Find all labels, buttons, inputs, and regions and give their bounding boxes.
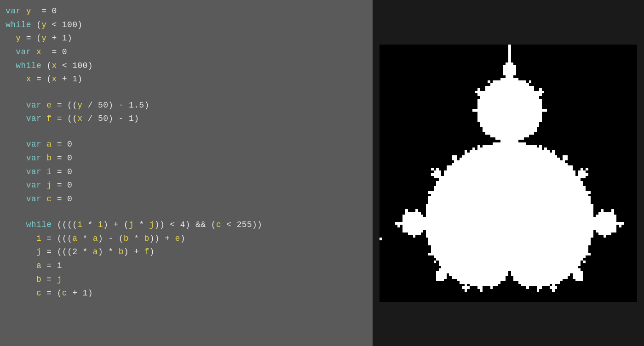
code-token	[6, 153, 26, 163]
code-token: )	[77, 74, 82, 84]
code-token: +	[46, 34, 62, 43]
code-token: =	[52, 194, 67, 204]
code-token: a	[46, 140, 52, 149]
code-token: 0	[52, 6, 57, 16]
code-line: while (y < 100)	[6, 18, 367, 32]
code-token: var	[26, 140, 47, 149]
code-token	[6, 114, 26, 123]
code-token: )	[144, 101, 149, 110]
code-token: (	[41, 61, 52, 70]
code-token: ((((	[52, 220, 77, 229]
code-token: 255	[236, 220, 252, 229]
code-token: e	[46, 101, 52, 110]
code-token: = (	[21, 34, 42, 43]
code-token: var	[26, 101, 47, 110]
code-token: )	[77, 20, 82, 29]
code-token: =	[31, 6, 52, 16]
code-token: b	[119, 247, 124, 256]
code-line: var e = ((y / 50) - 1.5)	[6, 99, 367, 113]
code-token: c	[62, 289, 67, 298]
code-blank-line	[6, 206, 367, 218]
code-token: *	[77, 234, 93, 243]
code-token: )	[180, 234, 185, 243]
code-token: x	[52, 61, 57, 70]
code-token: j	[129, 220, 134, 229]
code-token: ) *	[98, 247, 119, 256]
code-token: = ((	[52, 114, 77, 123]
code-token: e	[175, 234, 180, 243]
code-token: 1.5	[129, 101, 144, 110]
code-token: 0	[67, 181, 72, 190]
code-line: i = (((a * a) - (b * b)) + e)	[6, 232, 367, 246]
code-token: ) -	[108, 101, 129, 110]
code-token	[6, 74, 26, 84]
code-token	[6, 47, 16, 57]
code-token: j	[57, 275, 62, 284]
code-token	[6, 194, 26, 204]
code-line: a = i	[6, 259, 367, 273]
code-token: ) + (	[103, 220, 129, 229]
code-token: ))	[252, 220, 262, 229]
code-token: while	[26, 220, 52, 229]
code-line: var x = 0	[6, 45, 367, 59]
code-token: =	[52, 181, 67, 190]
code-token: = (((	[41, 247, 72, 256]
code-token: *	[77, 247, 93, 256]
code-line: var a = 0	[6, 138, 367, 152]
code-token: <	[46, 20, 62, 29]
code-token: y	[26, 6, 31, 16]
code-token: /	[82, 101, 98, 110]
code-panel: var y = 0while (y < 100) y = (y + 1) var…	[0, 0, 373, 346]
code-token: j	[36, 247, 41, 256]
code-token: x	[26, 74, 31, 84]
code-token: var	[26, 153, 47, 163]
code-token: 1	[72, 74, 77, 84]
code-token	[6, 181, 26, 190]
code-line: x = (x + 1)	[6, 73, 367, 86]
code-token: = (	[31, 74, 52, 84]
code-token: *	[82, 220, 98, 229]
code-token: j	[150, 220, 155, 229]
code-token: b	[36, 275, 41, 284]
code-token: ) - (	[98, 234, 124, 243]
code-line: var b = 0	[6, 152, 367, 165]
code-token: 100	[62, 20, 78, 29]
code-token	[6, 34, 16, 43]
code-line: b = j	[6, 273, 367, 287]
code-token: var	[26, 114, 47, 123]
code-token	[6, 61, 16, 70]
code-blank-line	[6, 126, 367, 138]
code-token: a	[36, 261, 41, 270]
code-token: =	[41, 261, 57, 270]
code-token: =	[41, 275, 57, 284]
code-token: y	[16, 34, 21, 43]
code-token: a	[93, 234, 98, 243]
code-token: )) <	[155, 220, 180, 229]
code-token: var	[26, 167, 47, 176]
code-token	[6, 289, 36, 298]
code-token: var	[26, 194, 47, 204]
code-token: *	[129, 234, 144, 243]
code-line: c = (c + 1)	[6, 287, 367, 301]
code-token: i	[36, 234, 41, 243]
code-token: =	[52, 167, 67, 176]
code-line: j = (((2 * a) * b) + f)	[6, 245, 367, 259]
code-token: b	[144, 234, 149, 243]
code-token: var	[26, 181, 47, 190]
code-token: b	[46, 153, 52, 163]
code-token: j	[46, 181, 52, 190]
code-token: 0	[67, 167, 72, 176]
code-token: 2	[72, 247, 77, 256]
code-token: *	[134, 220, 150, 229]
code-token: +	[67, 289, 83, 298]
code-token: =	[41, 47, 62, 57]
code-token	[6, 140, 26, 149]
code-token: x	[52, 74, 57, 84]
code-token: <	[57, 61, 73, 70]
code-token: 0	[62, 47, 67, 57]
code-line: var c = 0	[6, 193, 367, 206]
code-token: = (((	[41, 234, 72, 243]
code-token	[6, 261, 36, 270]
code-token: 1	[82, 289, 87, 298]
code-token	[6, 101, 26, 110]
